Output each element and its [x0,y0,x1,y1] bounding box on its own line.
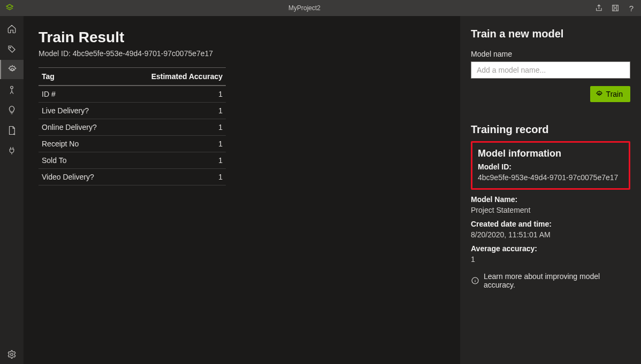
model-id-prefix: Model ID: [39,49,73,58]
created-label: Created date and time: [471,220,630,228]
cell-tag: Online Delivery? [39,119,121,136]
model-id-line: Model ID: 4bc9e5fe-953e-49d4-9701-97c007… [39,49,445,58]
cell-accuracy: 1 [121,136,226,152]
learn-more-text: Learn more about improving model accurac… [484,272,630,289]
tag-icon [7,44,17,54]
cell-tag: ID # [39,86,121,103]
svg-rect-0 [613,5,619,11]
document-icon [7,126,17,135]
cell-accuracy: 1 [121,103,226,119]
project-title: MyProject2 [14,4,595,12]
col-header-accuracy: Estimated Accuracy [121,68,226,86]
sidebar-item-document[interactable] [0,121,24,140]
page-title: Train Result [39,29,445,46]
col-header-tag: Tag [39,68,121,86]
table-row: Video Delivery?1 [39,169,226,185]
gear-badge-icon [7,65,17,74]
created-value: 8/20/2020, 11:51:01 AM [471,230,630,239]
sidebar-item-train[interactable] [0,60,24,79]
sidebar-item-tags[interactable] [0,40,24,59]
table-row: Receipt No1 [39,136,226,152]
right-panel: Train a new model Model name Train Train… [460,16,641,364]
avg-accuracy-label: Average accuracy: [471,244,630,253]
result-table: Tag Estimated Accuracy ID #1 Live Delive… [39,67,226,185]
model-name-label: Model name [471,50,630,58]
avg-accuracy-value: 1 [471,255,630,264]
svg-point-3 [11,86,13,89]
train-new-model-title: Train a new model [471,28,630,40]
model-information-box: Model information Model ID: 4bc9e5fe-953… [471,141,630,190]
model-id-value: 4bc9e5fe-953e-49d4-9701-97c0075e7e17 [478,173,623,182]
cell-tag: Sold To [39,152,121,169]
train-button[interactable]: Train [590,86,630,102]
training-record-title: Training record [471,123,630,136]
settings-icon [7,350,17,359]
save-icon[interactable] [611,4,620,12]
home-icon [7,24,17,34]
table-row: Online Delivery?1 [39,119,226,136]
svg-point-4 [11,353,13,356]
sidebar [0,16,24,364]
cell-tag: Receipt No [39,136,121,152]
table-row: Sold To1 [39,152,226,169]
cell-accuracy: 1 [121,86,226,103]
model-id-label: Model ID: [478,162,623,171]
sidebar-item-connections[interactable] [0,141,24,160]
info-icon [471,276,479,285]
content-area: Train Result Model ID: 4bc9e5fe-953e-49d… [24,16,460,364]
cell-tag: Video Delivery? [39,169,121,185]
titlebar: MyProject2 ? [0,0,641,16]
help-icon[interactable]: ? [627,4,636,12]
model-name-kv-value: Project Statement [471,206,630,214]
model-information-title: Model information [478,148,623,159]
lightbulb-icon [7,105,17,115]
person-icon [7,85,17,95]
model-id-value: 4bc9e5fe-953e-49d4-9701-97c0075e7e17 [73,49,213,58]
gear-badge-icon [596,90,603,98]
svg-point-1 [10,47,11,48]
table-row: Live Delivery?1 [39,103,226,119]
sidebar-item-home[interactable] [0,19,24,38]
plug-icon [7,146,17,156]
learn-more-link[interactable]: Learn more about improving model accurac… [471,272,630,289]
train-button-label: Train [606,90,623,98]
cell-tag: Live Delivery? [39,103,121,119]
cell-accuracy: 1 [121,119,226,136]
share-icon[interactable] [595,4,604,12]
table-row: ID #1 [39,86,226,103]
sidebar-item-analyze[interactable] [0,100,24,120]
model-name-kv-label: Model Name: [471,195,630,204]
app-logo-icon [5,4,14,12]
sidebar-item-settings[interactable] [0,345,24,364]
model-name-input[interactable] [471,61,630,79]
sidebar-item-compose[interactable] [0,80,24,99]
cell-accuracy: 1 [121,152,226,169]
cell-accuracy: 1 [121,169,226,185]
